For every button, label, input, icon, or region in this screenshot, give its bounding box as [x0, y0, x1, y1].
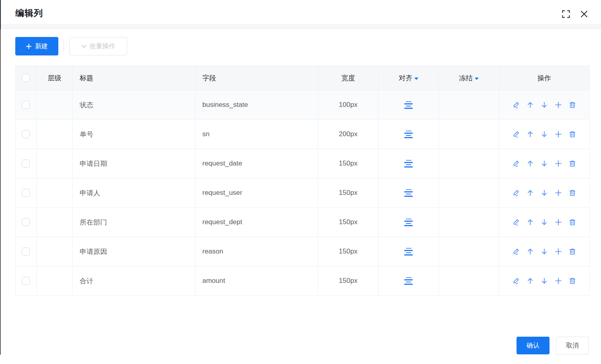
- cell-level: [37, 178, 73, 208]
- header-label-field: 字段: [202, 74, 216, 83]
- align-center-icon[interactable]: [404, 277, 413, 285]
- edit-icon[interactable]: [512, 189, 520, 196]
- cell-freeze: [439, 178, 499, 208]
- move-down-icon[interactable]: [541, 160, 548, 167]
- row-checkbox[interactable]: [22, 160, 30, 168]
- add-icon[interactable]: [555, 219, 562, 226]
- edit-icon[interactable]: [512, 131, 520, 138]
- fullscreen-icon[interactable]: [562, 10, 570, 18]
- new-button[interactable]: 新建: [15, 37, 58, 55]
- header-label-freeze: 冻结: [459, 74, 473, 83]
- cell-field: amount: [196, 266, 318, 296]
- align-filter-caret-icon[interactable]: [414, 78, 418, 80]
- confirm-button-label: 确认: [527, 342, 539, 350]
- edit-icon[interactable]: [512, 101, 520, 108]
- cell-title: 申请日期: [73, 149, 196, 178]
- move-up-icon[interactable]: [527, 248, 534, 255]
- move-down-icon[interactable]: [541, 189, 548, 196]
- align-center-icon[interactable]: [404, 131, 413, 138]
- cell-level: [37, 237, 73, 266]
- cancel-button[interactable]: 取消: [556, 337, 589, 354]
- cell-checkbox: [16, 178, 37, 208]
- align-center-icon[interactable]: [404, 219, 413, 226]
- header-cell-align[interactable]: 对齐: [379, 66, 439, 90]
- cell-freeze: [439, 149, 499, 178]
- move-down-icon[interactable]: [541, 219, 548, 226]
- header-cell-title: 标题: [73, 66, 196, 90]
- header-label-level: 层级: [48, 74, 62, 83]
- cell-title: 单号: [73, 120, 196, 149]
- row-checkbox[interactable]: [22, 218, 30, 226]
- row-checkbox[interactable]: [22, 189, 30, 197]
- delete-icon[interactable]: [569, 160, 576, 167]
- add-icon[interactable]: [555, 248, 562, 255]
- delete-icon[interactable]: [569, 131, 576, 138]
- cell-level: [37, 266, 73, 296]
- move-up-icon[interactable]: [527, 160, 534, 167]
- delete-icon[interactable]: [569, 248, 576, 255]
- dialog-titlebar: 编辑列: [1, 0, 601, 24]
- edit-icon[interactable]: [512, 160, 520, 167]
- cell-actions: [499, 120, 589, 149]
- row-checkbox[interactable]: [22, 247, 30, 256]
- move-up-icon[interactable]: [527, 131, 534, 138]
- table-row: 合计 amount 150px: [16, 266, 589, 296]
- move-down-icon[interactable]: [541, 248, 548, 255]
- select-all-checkbox[interactable]: [22, 74, 30, 82]
- row-checkbox[interactable]: [22, 130, 30, 138]
- cell-width: 100px: [318, 90, 379, 120]
- batch-actions-button[interactable]: 批量操作: [69, 37, 127, 55]
- cell-checkbox: [16, 208, 37, 237]
- cell-level: [37, 120, 73, 149]
- add-icon[interactable]: [555, 189, 562, 196]
- align-center-icon[interactable]: [404, 189, 413, 197]
- delete-icon[interactable]: [569, 219, 576, 226]
- align-center-icon[interactable]: [404, 101, 413, 109]
- cell-actions: [499, 149, 589, 178]
- row-checkbox[interactable]: [22, 277, 30, 285]
- dialog-title: 编辑列: [15, 7, 43, 19]
- cell-actions: [499, 208, 589, 237]
- add-icon[interactable]: [555, 160, 562, 167]
- row-checkbox[interactable]: [22, 101, 30, 109]
- cell-level: [37, 149, 73, 178]
- confirm-button[interactable]: 确认: [517, 337, 550, 354]
- table-header-row: 层级 标题 字段 宽度 对齐 冻结 操作: [16, 66, 589, 90]
- move-up-icon[interactable]: [527, 101, 534, 108]
- header-cell-checkbox: [16, 66, 37, 90]
- cell-align: [379, 90, 439, 120]
- align-center-icon[interactable]: [404, 248, 413, 256]
- header-cell-actions: 操作: [499, 66, 589, 90]
- move-down-icon[interactable]: [541, 131, 548, 138]
- add-icon[interactable]: [555, 131, 562, 138]
- cell-align: [379, 237, 439, 266]
- move-down-icon[interactable]: [541, 277, 548, 284]
- cell-freeze: [439, 120, 499, 149]
- move-down-icon[interactable]: [541, 101, 548, 108]
- edit-icon[interactable]: [512, 277, 520, 284]
- delete-icon[interactable]: [569, 189, 576, 196]
- delete-icon[interactable]: [569, 277, 576, 284]
- move-up-icon[interactable]: [527, 219, 534, 226]
- close-icon[interactable]: [580, 10, 589, 18]
- edit-icon[interactable]: [512, 219, 520, 226]
- new-button-label: 新建: [35, 42, 48, 51]
- add-icon[interactable]: [555, 277, 562, 284]
- cancel-button-label: 取消: [566, 342, 579, 350]
- cell-field: sn: [196, 120, 318, 149]
- cell-align: [379, 120, 439, 149]
- freeze-filter-caret-icon[interactable]: [475, 78, 479, 80]
- cell-width: 150px: [318, 208, 379, 237]
- cell-title: 合计: [73, 266, 196, 296]
- move-up-icon[interactable]: [527, 277, 534, 284]
- delete-icon[interactable]: [569, 101, 576, 108]
- align-center-icon[interactable]: [404, 160, 413, 168]
- cell-title: 状态: [73, 90, 196, 120]
- add-icon[interactable]: [555, 101, 562, 108]
- move-up-icon[interactable]: [527, 189, 534, 196]
- header-cell-freeze[interactable]: 冻结: [439, 66, 499, 90]
- columns-table: 层级 标题 字段 宽度 对齐 冻结 操作 状态 business_state 1…: [15, 65, 590, 296]
- cell-field: request_dept: [196, 208, 318, 237]
- edit-icon[interactable]: [512, 248, 520, 255]
- table-row: 状态 business_state 100px: [16, 90, 589, 120]
